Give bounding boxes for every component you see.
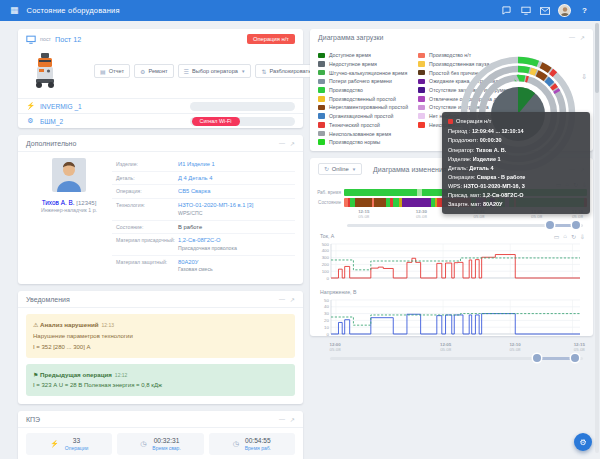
post-prefix: пост [40, 36, 51, 42]
tooltip-row: Изделие: Изделие 1 [448, 155, 584, 164]
alert-icon: ⚠ [33, 322, 38, 328]
collapse-icon[interactable]: — [569, 34, 575, 41]
post-card: пост Пост 12 Операция н/т [18, 29, 303, 128]
detail-label: Состояние: [116, 223, 178, 232]
top-app-bar: ▦ Состояние оборудования ? [0, 0, 600, 21]
equipment-row: ⚙БШМ_2Сигнал Wi-Fi [18, 113, 303, 128]
slider-handle-left[interactable] [546, 221, 554, 229]
collapse-icon[interactable]: — [279, 416, 285, 423]
legend-swatch [318, 139, 325, 145]
axis-tick: 12:1505.08 [358, 209, 369, 220]
legend-label: Нерегламентированный простой [329, 104, 408, 110]
voltage-chart[interactable]: 01020304050 [316, 296, 584, 342]
settings-fab[interactable]: ⚙ [574, 433, 592, 451]
legend-swatch [318, 131, 325, 137]
legend-item: Производство [318, 86, 408, 95]
alert-title: Анализ нарушений [40, 321, 98, 328]
slider-handle-left[interactable] [533, 354, 541, 362]
current-chart-label: Ток, А [320, 233, 334, 239]
zoom-box-icon[interactable]: ▭ [554, 233, 560, 240]
status-badge: Операция н/т [247, 34, 295, 44]
legend-swatch [418, 79, 425, 85]
mail-icon[interactable] [539, 5, 550, 16]
detail-value[interactable]: НЗТО-01-2020-МП-16 в.1 [3]WPS/СПС [178, 201, 295, 217]
alert-success: ⚑ Предыдущая операция12:12I = 323 А U = … [26, 364, 295, 397]
detail-value[interactable]: Д 4 Деталь 4 [178, 174, 295, 183]
monitor-icon[interactable] [520, 5, 531, 16]
apps-grid-icon[interactable]: ▦ [10, 6, 19, 15]
operator-photo [52, 158, 86, 192]
detail-value[interactable]: СВ5 Сварка [178, 187, 295, 196]
detail-value[interactable]: 1,2-Св-08Г2С-ОПрисадочная проволока [178, 236, 295, 252]
operator-name-link[interactable]: Тихов А. В. [42, 199, 75, 206]
help-icon[interactable]: ? [579, 5, 590, 16]
collapse-icon[interactable]: — [279, 140, 285, 147]
legend-swatch [318, 53, 325, 59]
charts-x-axis: 12:0005.0812:0505.0812:1005.0812:1505.08 [330, 342, 587, 353]
legend-swatch [318, 61, 325, 67]
slider-handle-right[interactable] [572, 221, 580, 229]
page-scrollbar[interactable] [595, 23, 599, 453]
operator-role: Инженер-наладчик 1 р. [26, 207, 112, 213]
legend-swatch [318, 113, 325, 119]
legend-label: Производство [329, 87, 363, 93]
collapse-icon[interactable]: — [279, 296, 285, 303]
axis-tick: 12:1005.08 [509, 342, 520, 353]
timeline-range-slider [347, 221, 583, 230]
refresh-icon: ↻ [324, 166, 329, 172]
svg-text:300: 300 [322, 255, 330, 260]
equipment-link[interactable]: БШМ_2 [40, 118, 185, 125]
expand-icon[interactable]: ↗ [580, 34, 585, 41]
alert-warning: ⚠ Анализ нарушений12:13Нарушение парамет… [26, 314, 295, 357]
post-name-link[interactable]: Пост 12 [55, 35, 81, 44]
user-avatar[interactable] [558, 4, 571, 17]
alert-time: 12:12 [115, 372, 128, 378]
repair-button[interactable]: ⚙Ремонт [134, 64, 174, 78]
kpi-label: Время раб. [245, 445, 271, 451]
download-icon[interactable]: ⇩ [581, 73, 587, 81]
voltage-chart-label: Напряжение, В [320, 289, 356, 295]
legend-swatch [318, 70, 325, 76]
legend-item: Организационный простой [318, 112, 408, 121]
detail-subvalue: WPS/СПС [178, 210, 295, 218]
legend-label: Производство нормы [329, 139, 380, 145]
chat-icon[interactable] [501, 5, 512, 16]
operations-icon: ⚡ [50, 440, 59, 448]
state-segment [355, 198, 372, 207]
axis-tick: 12:3005.08 [416, 209, 427, 220]
home-icon[interactable]: ⌂ [563, 233, 567, 240]
detail-value[interactable]: 80А20УГазовая смесь [178, 258, 295, 274]
operator-select-button[interactable]: ☰Выбор оператора ▼ [178, 64, 252, 78]
current-chart[interactable]: 0100200300400500 [316, 240, 584, 286]
legend-swatch [418, 61, 425, 67]
alert-line: Нарушение параметров технологии [33, 331, 288, 342]
state-segment [402, 198, 431, 207]
axis-tick: 12:0005.08 [330, 342, 341, 353]
expand-icon[interactable]: ↗ [290, 416, 295, 423]
operator-select-button-icon: ☰ [184, 68, 189, 75]
svg-text:0: 0 [327, 276, 330, 281]
legend-item: Нерегламентированный простой [318, 103, 408, 112]
online-mode-button[interactable]: ↻ Online ▼ [318, 163, 362, 175]
kpi-value: 00:54:55 [245, 437, 271, 444]
alert-line: I = 323 А U = 28 В Полезная энергия = 0,… [33, 380, 288, 391]
expand-icon[interactable]: ↗ [290, 296, 295, 303]
detail-subvalue: Присадочная проволока [178, 245, 295, 253]
signal-track [190, 102, 295, 111]
legend-swatch [318, 105, 325, 111]
reset-icon[interactable]: ↻ [571, 233, 576, 240]
svg-text:200: 200 [322, 262, 330, 267]
detail-row: Технология:НЗТО-01-2020-МП-16 в.1 [3]WPS… [112, 199, 295, 220]
tooltip-row: Защитн. мат: 80А20У [448, 200, 584, 209]
signal-track: Сигнал Wi-Fi [190, 117, 295, 126]
legend-swatch [318, 87, 325, 93]
legend-swatch [418, 113, 425, 119]
detail-value[interactable]: И1 Изделие 1 [178, 160, 295, 169]
expand-icon[interactable]: ↗ [290, 140, 295, 147]
download-icon[interactable]: ⇩ [580, 233, 585, 240]
svg-text:100: 100 [322, 269, 330, 274]
slider-handle-right[interactable] [571, 354, 579, 362]
slider-selection[interactable] [537, 357, 575, 360]
equipment-link[interactable]: INVERMIG _1 [40, 103, 185, 110]
report-button[interactable]: ▤Отчет [94, 64, 130, 78]
